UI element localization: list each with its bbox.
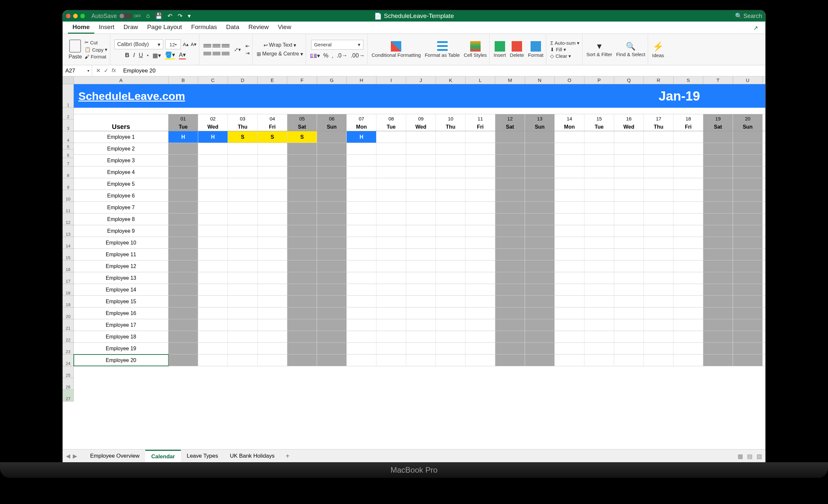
- leave-cell[interactable]: [555, 331, 584, 342]
- leave-cell[interactable]: [376, 343, 406, 354]
- row-header-9[interactable]: 9: [63, 178, 74, 190]
- leave-cell[interactable]: [317, 284, 347, 295]
- leave-cell[interactable]: [614, 190, 644, 201]
- employee-name[interactable]: Employee 20: [74, 354, 168, 366]
- leave-cell[interactable]: [406, 331, 436, 342]
- leave-cell[interactable]: [525, 249, 555, 260]
- format-as-table-button[interactable]: Format as Table: [425, 41, 460, 58]
- leave-cell[interactable]: [495, 166, 525, 178]
- leave-cell[interactable]: [673, 331, 703, 342]
- tab-formulas[interactable]: Formulas: [187, 22, 221, 34]
- leave-cell[interactable]: [584, 260, 614, 272]
- merge-centre-button[interactable]: ⊞Merge & Centre▾: [257, 51, 303, 57]
- col-header-D[interactable]: D: [228, 76, 258, 84]
- leave-cell[interactable]: [436, 237, 466, 248]
- leave-cell[interactable]: [317, 237, 347, 248]
- leave-cell[interactable]: [376, 331, 406, 342]
- employee-name[interactable]: Employee 15: [74, 296, 168, 307]
- leave-cell[interactable]: [733, 354, 763, 366]
- leave-cell[interactable]: S: [228, 131, 258, 143]
- leave-cell[interactable]: [436, 202, 466, 213]
- leave-cell[interactable]: [228, 155, 258, 166]
- leave-cell[interactable]: [525, 343, 555, 354]
- leave-cell[interactable]: [228, 202, 258, 213]
- leave-cell[interactable]: [466, 178, 495, 190]
- leave-cell[interactable]: [258, 319, 287, 331]
- leave-cell[interactable]: [673, 307, 703, 319]
- leave-cell[interactable]: [584, 319, 614, 331]
- leave-cell[interactable]: [614, 249, 644, 260]
- leave-cell[interactable]: [525, 143, 555, 155]
- row-header-22[interactable]: 22: [63, 331, 74, 343]
- row-header-10[interactable]: 10: [63, 190, 74, 202]
- leave-cell[interactable]: [376, 296, 406, 307]
- leave-cell[interactable]: [287, 213, 317, 225]
- row-header-25[interactable]: 25: [63, 366, 74, 378]
- leave-cell[interactable]: [555, 225, 584, 237]
- leave-cell[interactable]: [258, 213, 287, 225]
- leave-cell[interactable]: [614, 354, 644, 366]
- leave-cell[interactable]: [555, 260, 584, 272]
- leave-cell[interactable]: [673, 296, 703, 307]
- leave-cell[interactable]: [376, 237, 406, 248]
- leave-cell[interactable]: [347, 166, 376, 178]
- leave-cell[interactable]: [673, 131, 703, 143]
- leave-cell[interactable]: [555, 166, 584, 178]
- col-header-S[interactable]: S: [673, 76, 703, 84]
- leave-cell[interactable]: [584, 190, 614, 201]
- leave-cell[interactable]: [584, 213, 614, 225]
- minimize-window[interactable]: [73, 14, 78, 18]
- tab-insert[interactable]: Insert: [94, 22, 119, 34]
- employee-name[interactable]: Employee 11: [74, 249, 168, 260]
- leave-cell[interactable]: [436, 166, 466, 178]
- leave-cell[interactable]: [555, 296, 584, 307]
- leave-cell[interactable]: [614, 166, 644, 178]
- leave-cell[interactable]: [703, 237, 733, 248]
- leave-cell[interactable]: [466, 249, 495, 260]
- leave-cell[interactable]: [436, 190, 466, 201]
- leave-cell[interactable]: [287, 143, 317, 155]
- leave-cell[interactable]: [258, 331, 287, 342]
- leave-cell[interactable]: [258, 307, 287, 319]
- leave-cell[interactable]: [198, 284, 228, 295]
- col-header-G[interactable]: G: [317, 76, 347, 84]
- save-icon[interactable]: 💾: [155, 12, 162, 19]
- leave-cell[interactable]: [703, 319, 733, 331]
- leave-cell[interactable]: [198, 178, 228, 190]
- leave-cell[interactable]: [584, 284, 614, 295]
- leave-cell[interactable]: [228, 237, 258, 248]
- leave-cell[interactable]: [168, 237, 198, 248]
- col-header-O[interactable]: O: [555, 76, 584, 84]
- leave-cell[interactable]: [347, 155, 376, 166]
- leave-cell[interactable]: [258, 166, 287, 178]
- leave-cell[interactable]: [733, 225, 763, 237]
- leave-cell[interactable]: [376, 284, 406, 295]
- leave-cell[interactable]: [347, 296, 376, 307]
- leave-cell[interactable]: [733, 343, 763, 354]
- clear-button[interactable]: ◇Clear▾: [550, 53, 579, 59]
- leave-cell[interactable]: [644, 343, 673, 354]
- leave-cell[interactable]: [347, 225, 376, 237]
- paste-button[interactable]: Paste: [69, 40, 82, 60]
- leave-cell[interactable]: [436, 284, 466, 295]
- leave-cell[interactable]: [228, 260, 258, 272]
- sort-filter-button[interactable]: ▼Sort & Filter: [586, 42, 612, 57]
- leave-cell[interactable]: [406, 190, 436, 201]
- leave-cell[interactable]: [555, 155, 584, 166]
- tab-page-layout[interactable]: Page Layout: [143, 22, 187, 34]
- tab-home[interactable]: Home: [68, 22, 94, 34]
- worksheet[interactable]: ABCDEFGHIJKLMNOPQRSTU 123456789101112131…: [63, 76, 765, 449]
- leave-cell[interactable]: [168, 155, 198, 166]
- leave-cell[interactable]: [644, 143, 673, 155]
- leave-cell[interactable]: [614, 296, 644, 307]
- share-icon[interactable]: ↗: [751, 23, 760, 34]
- col-header-B[interactable]: B: [168, 76, 198, 84]
- col-header-Q[interactable]: Q: [614, 76, 644, 84]
- leave-cell[interactable]: [525, 213, 555, 225]
- leave-cell[interactable]: [673, 237, 703, 248]
- row-header-14[interactable]: 14: [63, 237, 74, 249]
- leave-cell[interactable]: [317, 225, 347, 237]
- fill-button[interactable]: ⬇Fill▾: [550, 47, 579, 52]
- employee-name[interactable]: Employee 8: [74, 213, 168, 225]
- leave-cell[interactable]: [614, 155, 644, 166]
